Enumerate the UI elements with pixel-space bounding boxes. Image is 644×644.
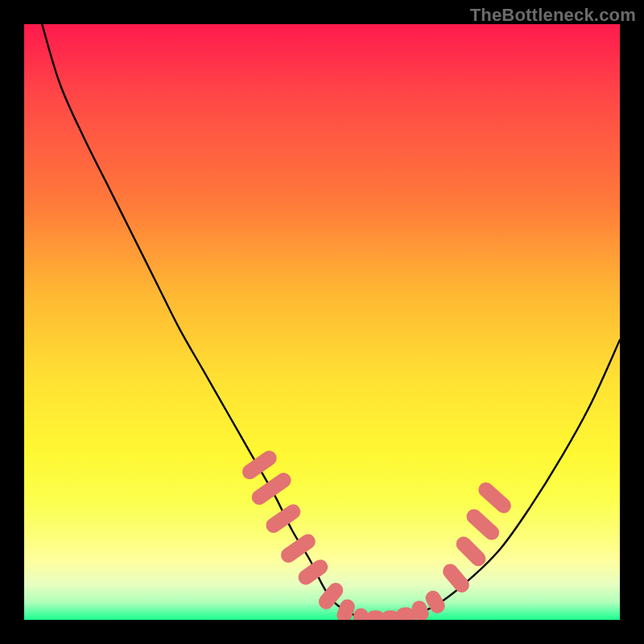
curve-marker bbox=[295, 557, 331, 588]
curve-markers bbox=[239, 448, 514, 620]
curve-layer bbox=[24, 24, 620, 620]
plot-area bbox=[24, 24, 620, 620]
curve-marker bbox=[453, 534, 489, 569]
curve-marker bbox=[278, 531, 318, 566]
curve-marker bbox=[263, 502, 303, 536]
curve-marker bbox=[464, 506, 502, 543]
curve-marker bbox=[239, 448, 279, 482]
bottleneck-curve bbox=[42, 24, 620, 620]
curve-marker bbox=[476, 479, 514, 516]
watermark-text: TheBottleneck.com bbox=[470, 5, 636, 26]
chart-frame: TheBottleneck.com bbox=[0, 0, 644, 644]
